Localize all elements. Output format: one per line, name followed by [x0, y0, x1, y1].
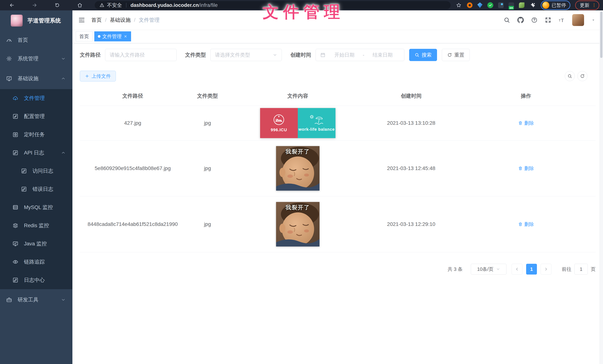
- logo-image: [11, 15, 23, 27]
- bookmark-star-icon[interactable]: [455, 2, 462, 9]
- sidebar-item-redis-monitor[interactable]: Redis 监控: [0, 216, 72, 235]
- file-type-select[interactable]: 请选择文件类型: [210, 49, 282, 61]
- sidebar-item-home[interactable]: 首页: [0, 31, 72, 49]
- sidebar-item-mysql-monitor[interactable]: MySQL 监控: [0, 198, 72, 216]
- cell-file-type: jpg: [186, 209, 229, 240]
- trash-icon: [518, 222, 523, 227]
- fullscreen-icon[interactable]: [545, 17, 551, 23]
- file-type-placeholder: 请选择文件类型: [215, 52, 250, 58]
- delete-button[interactable]: 删除: [518, 165, 534, 172]
- filter-form: 文件路径 请输入文件路径 文件类型 请选择文件类型 创建时间 开始日期 - 结: [80, 49, 596, 61]
- reset-button-label: 重置: [454, 52, 464, 58]
- page-scrollbar[interactable]: [600, 10, 603, 364]
- sidebar-item-trace[interactable]: 链路追踪: [0, 253, 72, 271]
- delete-button[interactable]: 删除: [518, 221, 534, 228]
- infra-icon: [6, 76, 12, 81]
- navbar-right: TT: [503, 14, 596, 26]
- help-icon[interactable]: [531, 17, 538, 23]
- tags-view: 首页文件管理: [72, 30, 603, 43]
- toolbar-right: [565, 71, 587, 81]
- monitor-icon: [12, 241, 18, 247]
- delete-button[interactable]: 删除: [518, 120, 534, 126]
- extension-green-check-icon[interactable]: [487, 2, 493, 8]
- sidebar-item-access-log[interactable]: 访问日志: [0, 162, 72, 180]
- font-size-icon[interactable]: TT: [558, 17, 565, 23]
- extension-orange-ring-icon[interactable]: [467, 2, 473, 8]
- caret-down-icon[interactable]: [591, 18, 596, 22]
- scrollbar-thumb[interactable]: [600, 11, 603, 58]
- update-label: 更新: [580, 2, 590, 9]
- cloud-upload-icon: [12, 95, 18, 101]
- file-path-value: 8448cada8c714e4ab61f521c8da21990: [88, 221, 178, 227]
- sidebar-item-file-management[interactable]: 文件管理: [0, 89, 72, 107]
- file-preview-996-banner[interactable]: 996.ICU work-life balance: [260, 108, 336, 138]
- table-row: 8448cada8c714e4ab61f521c8da21990jpg 我: [80, 196, 596, 252]
- cell-actions: 删除: [456, 209, 596, 240]
- breadcrumb-item-1[interactable]: 基础设施: [110, 17, 131, 23]
- page-number-current[interactable]: 1: [526, 264, 537, 274]
- extension-blue-gem-icon[interactable]: [477, 2, 483, 8]
- browser-profile-chip[interactable]: 已暂停: [541, 0, 570, 10]
- reset-button[interactable]: 重置: [442, 49, 470, 61]
- cell-created-time: 2021-03-13 13:10:28: [366, 108, 456, 138]
- extension-proxy-icon[interactable]: on: [509, 2, 514, 8]
- upload-file-button[interactable]: 上传文件: [80, 71, 116, 81]
- beach-umbrella-icon: [308, 114, 325, 125]
- timer-icon: [12, 132, 18, 137]
- table-row: 427.jpgjpg 996.ICU work-life balance 202…: [80, 106, 596, 140]
- user-avatar[interactable]: [572, 14, 584, 26]
- toggle-search-button[interactable]: [565, 71, 575, 81]
- sidebar-item-api-log[interactable]: API 日志: [0, 144, 72, 162]
- address-divider: [126, 3, 127, 8]
- forward-icon[interactable]: [31, 2, 38, 9]
- trash-icon: [518, 166, 523, 171]
- extension-metrics-icon[interactable]: [498, 2, 504, 8]
- app-logo[interactable]: 芋道管理系统: [0, 10, 72, 31]
- sidebar-item-dev-tools[interactable]: 研发工具: [0, 289, 72, 310]
- goto-page-input[interactable]: 1: [574, 264, 588, 274]
- cell-file-content: 我裂开了: [230, 140, 366, 196]
- prev-page-button[interactable]: [512, 264, 522, 274]
- app-root: 芋道管理系统 首页 系统管理 基础设施 文件管理 配置管理 定时任务 API 日…: [0, 10, 603, 364]
- breadcrumb-item-0[interactable]: 首页: [91, 17, 102, 23]
- url-text[interactable]: dashboard.yudao.iocoder.cn/infra/file: [130, 2, 218, 8]
- file-table: 文件路径文件类型文件内容创建时间操作 427.jpgjpg 996.ICU wo…: [80, 86, 596, 252]
- file-preview-meme[interactable]: 我裂开了: [276, 146, 320, 191]
- reload-icon[interactable]: [54, 2, 60, 9]
- browser-update-button[interactable]: 更新: [575, 0, 599, 10]
- next-page-button[interactable]: [541, 264, 551, 274]
- sidebar-item-log-center[interactable]: 日志中心: [0, 271, 72, 289]
- tag-0[interactable]: 首页: [76, 31, 93, 41]
- paused-badge: 已暂停: [552, 2, 566, 9]
- sidebar: 芋道管理系统 首页 系统管理 基础设施 文件管理 配置管理 定时任务 API 日…: [0, 10, 72, 364]
- file-preview-meme[interactable]: 我裂开了: [276, 202, 320, 247]
- extensions-puzzle-icon[interactable]: [529, 2, 536, 9]
- security-label[interactable]: 不安全: [107, 2, 122, 9]
- sidebar-item-system-management[interactable]: 系统管理: [0, 49, 72, 68]
- delete-label: 删除: [524, 165, 534, 172]
- sidebar-item-java-monitor[interactable]: Java 监控: [0, 235, 72, 253]
- sidebar-item-error-log[interactable]: 错误日志: [0, 180, 72, 198]
- browser-menu-dots-icon[interactable]: [592, 3, 596, 8]
- url-domain: dashboard.yudao.iocoder.cn: [130, 2, 199, 8]
- chevron-down-icon: [61, 56, 66, 61]
- search-icon[interactable]: [503, 17, 510, 23]
- create-time-range-picker[interactable]: 开始日期 - 结束日期: [316, 49, 404, 61]
- search-button[interactable]: 搜索: [409, 49, 437, 61]
- github-icon[interactable]: [517, 17, 524, 23]
- file-path-input[interactable]: 请输入文件路径: [105, 49, 176, 61]
- sidebar-item-scheduled-tasks[interactable]: 定时任务: [0, 125, 72, 144]
- extension-leaf-icon[interactable]: [519, 2, 524, 8]
- total-count: 共 3 条: [448, 266, 463, 273]
- page-size-select[interactable]: 10条/页: [471, 264, 507, 274]
- sidebar-item-config-management[interactable]: 配置管理: [0, 107, 72, 125]
- close-icon[interactable]: [123, 34, 128, 38]
- hamburger-icon[interactable]: [78, 16, 85, 24]
- back-icon[interactable]: [9, 2, 15, 9]
- address-bar[interactable]: 不安全 dashboard.yudao.iocoder.cn/infra/fil…: [95, 1, 451, 9]
- sidebar-item-infrastructure[interactable]: 基础设施: [0, 68, 72, 89]
- refresh-table-button[interactable]: [577, 71, 587, 81]
- home-icon[interactable]: [77, 2, 83, 9]
- cell-file-content: 我裂开了: [230, 196, 366, 252]
- tag-active-1[interactable]: 文件管理: [94, 31, 131, 41]
